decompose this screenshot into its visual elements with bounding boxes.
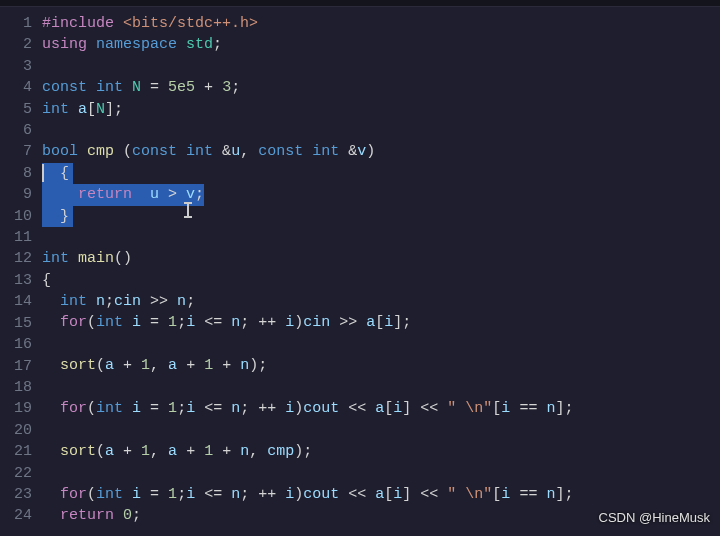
code-line[interactable]: int n;cin >> n;: [42, 291, 720, 312]
token: [: [384, 400, 393, 417]
token: [: [87, 101, 96, 118]
token: <=: [195, 400, 231, 417]
token: [69, 250, 78, 267]
token: 5e5: [168, 79, 195, 96]
token: a: [375, 400, 384, 417]
token: 3: [222, 79, 231, 96]
line-number: 4: [0, 77, 42, 98]
token: 1: [204, 443, 213, 460]
token: int: [60, 293, 87, 310]
token: cout: [303, 486, 339, 503]
token: 0: [123, 507, 132, 524]
code-line[interactable]: for(int i = 1;i <= n; ++ i)cout << a[i] …: [42, 398, 720, 419]
token: [123, 314, 132, 331]
token: " \n": [447, 486, 492, 503]
token: =: [141, 314, 168, 331]
token: ;: [186, 293, 195, 310]
token: ] <<: [402, 486, 447, 503]
token: " \n": [447, 400, 492, 417]
token: a: [168, 357, 177, 374]
token: ==: [510, 400, 546, 417]
token: cin: [114, 293, 141, 310]
token: =: [141, 486, 168, 503]
code-area[interactable]: #include <bits/stdc++.h>using namespace …: [42, 7, 720, 536]
token: +: [213, 443, 240, 460]
token: n: [231, 314, 240, 331]
code-line[interactable]: [42, 227, 720, 248]
token: (): [114, 250, 132, 267]
code-line[interactable]: [42, 462, 720, 483]
code-line[interactable]: [42, 377, 720, 398]
token: ): [294, 314, 303, 331]
code-line[interactable]: [42, 120, 720, 141]
code-line[interactable]: }: [42, 206, 720, 227]
token: n: [240, 443, 249, 460]
code-line[interactable]: [42, 334, 720, 355]
line-number: 19: [0, 398, 42, 419]
line-number: 9: [0, 184, 42, 205]
line-number: 16: [0, 334, 42, 355]
token: i: [132, 400, 141, 417]
code-line[interactable]: sort(a + 1, a + 1 + n, cmp);: [42, 441, 720, 462]
token: n: [240, 357, 249, 374]
token: [87, 79, 96, 96]
token: (: [96, 357, 105, 374]
token: ): [366, 143, 375, 160]
token: i: [186, 314, 195, 331]
token: {: [42, 165, 69, 182]
token: ; ++: [240, 400, 285, 417]
line-number-gutter: 123456789101112131415161718192021222324: [0, 7, 42, 536]
token: [: [375, 314, 384, 331]
token: <<: [339, 486, 375, 503]
code-line[interactable]: {: [42, 163, 720, 184]
token: [42, 293, 60, 310]
token: (: [87, 314, 96, 331]
token: <=: [195, 314, 231, 331]
token: a: [168, 443, 177, 460]
code-line[interactable]: const int N = 5e5 + 3;: [42, 77, 720, 98]
tab-bar[interactable]: [0, 0, 720, 7]
token: int: [96, 79, 123, 96]
code-line[interactable]: for(int i = 1;i <= n; ++ i)cin >> a[i];: [42, 312, 720, 333]
mouse-ibeam-icon: [187, 202, 189, 218]
token: bool: [42, 143, 78, 160]
token: int: [96, 314, 123, 331]
token: +: [114, 357, 141, 374]
code-line[interactable]: #include <bits/stdc++.h>: [42, 13, 720, 34]
token: a: [375, 486, 384, 503]
code-line[interactable]: int main(): [42, 248, 720, 269]
token: n: [96, 293, 105, 310]
code-line[interactable]: int a[N];: [42, 99, 720, 120]
code-line[interactable]: [42, 419, 720, 440]
code-line[interactable]: using namespace std;: [42, 34, 720, 55]
token: [69, 101, 78, 118]
token: [123, 79, 132, 96]
token: namespace: [96, 36, 177, 53]
token: );: [249, 357, 267, 374]
token: int: [312, 143, 339, 160]
line-number: 5: [0, 99, 42, 120]
token: ];: [393, 314, 411, 331]
line-number: 2: [0, 34, 42, 55]
token: [: [492, 400, 501, 417]
token: ];: [555, 400, 573, 417]
token: using: [42, 36, 87, 53]
token: >: [159, 186, 186, 203]
code-line[interactable]: for(int i = 1;i <= n; ++ i)cout << a[i] …: [42, 484, 720, 505]
code-editor[interactable]: 123456789101112131415161718192021222324 …: [0, 7, 720, 536]
code-line[interactable]: {: [42, 270, 720, 291]
code-line[interactable]: [42, 56, 720, 77]
token: cmp: [87, 143, 114, 160]
code-line[interactable]: sort(a + 1, a + 1 + n);: [42, 355, 720, 376]
token: for: [60, 400, 87, 417]
token: [42, 486, 60, 503]
token: int: [42, 250, 69, 267]
token: const: [132, 143, 177, 160]
code-line[interactable]: return u > v;: [42, 184, 720, 205]
token: +: [114, 443, 141, 460]
code-line[interactable]: bool cmp (const int &u, const int &v): [42, 141, 720, 162]
token: ;: [105, 293, 114, 310]
token: [42, 507, 60, 524]
token: sort: [60, 443, 96, 460]
token: [132, 186, 150, 203]
